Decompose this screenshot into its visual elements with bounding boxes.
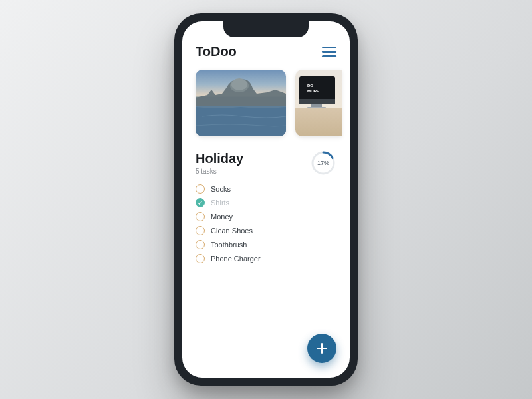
app-title: ToDoo: [196, 44, 237, 59]
monitor-text-line2: MORE.: [307, 89, 321, 93]
task-checkbox[interactable]: [196, 240, 205, 249]
task-item[interactable]: Phone Charger: [196, 254, 336, 263]
monitor-text-line1: DO: [307, 84, 313, 88]
add-task-button[interactable]: [307, 334, 336, 363]
phone-notch: [223, 21, 309, 37]
task-checkbox[interactable]: [196, 254, 205, 263]
task-item[interactable]: Money: [196, 212, 336, 221]
app-header: ToDoo: [196, 44, 336, 59]
progress-ring: 17%: [310, 150, 336, 176]
phone-screen: ToDoo: [182, 21, 350, 378]
task-label: Socks: [211, 185, 231, 193]
svg-rect-4: [299, 99, 335, 104]
task-label: Money: [211, 213, 233, 221]
task-checkbox[interactable]: [196, 198, 205, 207]
task-item[interactable]: Socks: [196, 184, 336, 194]
svg-rect-6: [307, 107, 326, 108]
task-item[interactable]: Clean Shoes: [196, 226, 336, 235]
backdrop: ToDoo: [0, 0, 532, 399]
task-label: Clean Shoes: [211, 227, 253, 235]
desk-imac-icon: DO MORE.: [295, 70, 342, 136]
task-label: Phone Charger: [211, 255, 261, 263]
list-header: Holiday 5 tasks 17%: [196, 150, 336, 176]
task-label: Toothbrush: [211, 241, 247, 249]
task-checkbox[interactable]: [196, 212, 205, 221]
hamburger-icon[interactable]: [322, 47, 336, 57]
venice-icon: [196, 70, 286, 136]
progress-label: 17%: [310, 150, 336, 176]
task-item[interactable]: Toothbrush: [196, 240, 336, 249]
task-label: Shirts: [211, 199, 229, 207]
task-checkbox[interactable]: [196, 226, 205, 235]
svg-rect-5: [311, 104, 322, 107]
app-content: ToDoo: [182, 21, 350, 378]
task-item[interactable]: Shirts: [196, 198, 336, 207]
list-card-work[interactable]: DO MORE.: [295, 70, 342, 136]
list-subtitle: 5 tasks: [196, 168, 243, 175]
list-cards-row[interactable]: DO MORE.: [196, 70, 336, 136]
list-title: Holiday: [196, 151, 243, 166]
list-card-holiday[interactable]: [196, 70, 286, 136]
svg-point-1: [231, 78, 247, 90]
task-checkbox[interactable]: [196, 184, 205, 194]
task-list: SocksShirtsMoneyClean ShoesToothbrushPho…: [196, 184, 336, 263]
phone-frame: ToDoo: [174, 13, 358, 386]
